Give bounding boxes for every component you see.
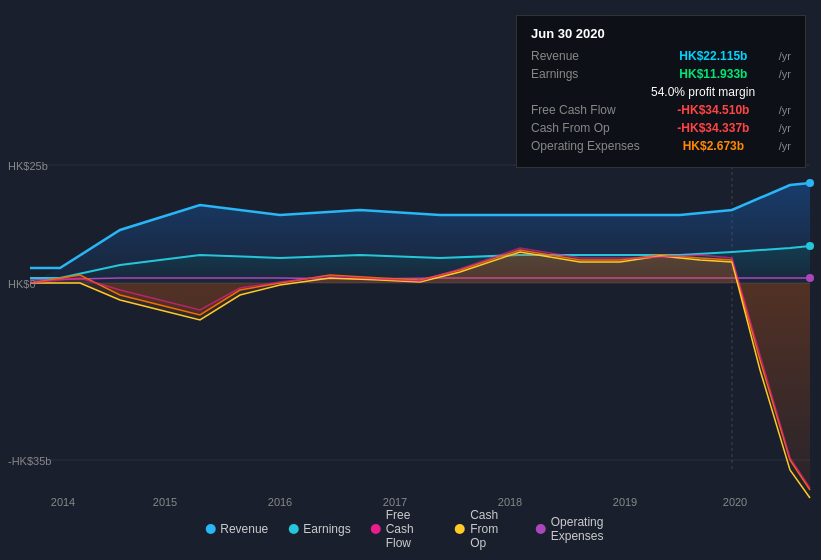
tooltip-fcf-label: Free Cash Flow <box>531 103 651 117</box>
y-label-25b: HK$25b <box>8 160 48 172</box>
tooltip-fcf-unit: /yr <box>779 104 791 116</box>
tooltip-revenue-label: Revenue <box>531 49 651 63</box>
legend-earnings-dot <box>288 524 298 534</box>
tooltip-cashop-unit: /yr <box>779 122 791 134</box>
x-label-2017: 2017 <box>383 496 407 508</box>
legend-cashop[interactable]: Cash From Op <box>455 508 516 550</box>
tooltip-cashop-row: Cash From Op -HK$34.337b /yr <box>531 121 791 135</box>
legend-earnings-label: Earnings <box>303 522 350 536</box>
tooltip-date: Jun 30 2020 <box>531 26 791 41</box>
tooltip-earnings-unit: /yr <box>779 68 791 80</box>
legend-cashop-label: Cash From Op <box>470 508 516 550</box>
x-label-2020: 2020 <box>723 496 747 508</box>
svg-point-6 <box>806 274 814 282</box>
legend-fcf-dot <box>371 524 381 534</box>
tooltip-fcf-value: -HK$34.510b <box>677 103 749 117</box>
legend-revenue-label: Revenue <box>220 522 268 536</box>
y-label-0: HK$0 <box>8 278 36 290</box>
tooltip-box: Jun 30 2020 Revenue HK$22.115b /yr Earni… <box>516 15 806 168</box>
svg-point-5 <box>806 242 814 250</box>
chart-legend: Revenue Earnings Free Cash Flow Cash Fro… <box>205 508 616 550</box>
x-label-2019: 2019 <box>613 496 637 508</box>
legend-cashop-dot <box>455 524 465 534</box>
legend-revenue-dot <box>205 524 215 534</box>
tooltip-earnings-row: Earnings HK$11.933b /yr <box>531 67 791 81</box>
tooltip-revenue-row: Revenue HK$22.115b /yr <box>531 49 791 63</box>
tooltip-fcf-row: Free Cash Flow -HK$34.510b /yr <box>531 103 791 117</box>
legend-opex-dot <box>536 524 546 534</box>
x-label-2014: 2014 <box>51 496 75 508</box>
tooltip-cashop-label: Cash From Op <box>531 121 651 135</box>
tooltip-opex-unit: /yr <box>779 140 791 152</box>
tooltip-cashop-value: -HK$34.337b <box>677 121 749 135</box>
x-label-2015: 2015 <box>153 496 177 508</box>
tooltip-opex-row: Operating Expenses HK$2.673b /yr <box>531 139 791 153</box>
tooltip-earnings-value: HK$11.933b <box>679 67 747 81</box>
legend-fcf[interactable]: Free Cash Flow <box>371 508 435 550</box>
legend-opex[interactable]: Operating Expenses <box>536 515 616 543</box>
legend-opex-label: Operating Expenses <box>551 515 616 543</box>
tooltip-opex-value: HK$2.673b <box>683 139 744 153</box>
x-label-2018: 2018 <box>498 496 522 508</box>
legend-revenue[interactable]: Revenue <box>205 522 268 536</box>
tooltip-revenue-unit: /yr <box>779 50 791 62</box>
tooltip-opex-label: Operating Expenses <box>531 139 651 153</box>
y-label-neg35b: -HK$35b <box>8 455 51 467</box>
tooltip-profit-margin: 54.0% profit margin <box>531 85 791 99</box>
tooltip-earnings-label: Earnings <box>531 67 651 81</box>
svg-point-4 <box>806 179 814 187</box>
x-label-2016: 2016 <box>268 496 292 508</box>
chart-container: HK$25b HK$0 -HK$35b 2014 2015 2016 2017 … <box>0 0 821 560</box>
legend-fcf-label: Free Cash Flow <box>386 508 435 550</box>
tooltip-revenue-value: HK$22.115b <box>679 49 747 63</box>
legend-earnings[interactable]: Earnings <box>288 522 350 536</box>
